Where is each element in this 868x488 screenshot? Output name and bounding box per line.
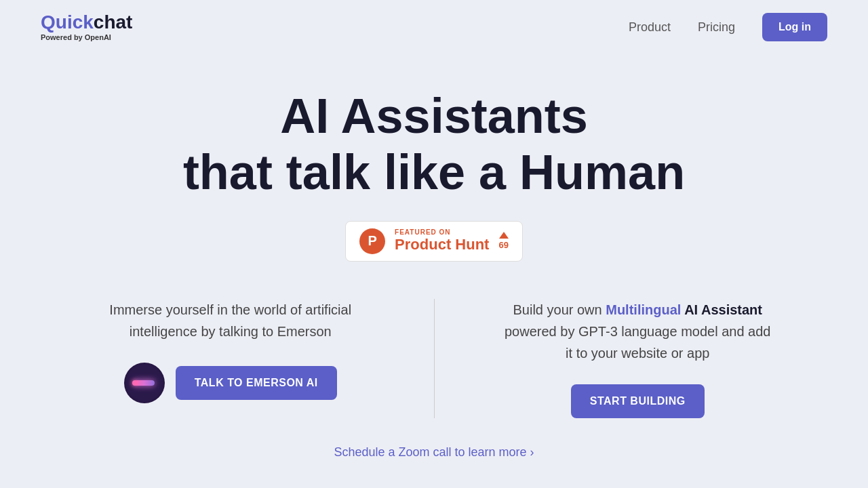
left-col-text: Immerse yourself in the world of artific… <box>95 299 366 342</box>
product-hunt-name: Product Hunt <box>395 236 489 253</box>
logo: Quickchat Powered by OpenAI <box>41 13 132 41</box>
logo-powered: Powered by OpenAI <box>41 33 111 41</box>
logo-quick: Quick <box>41 12 94 33</box>
product-hunt-votes: 69 <box>498 232 508 250</box>
left-column: Immerse yourself in the world of artific… <box>54 299 407 418</box>
hero-title: AI Assistants that talk like a Human <box>183 88 685 201</box>
product-hunt-icon: P <box>359 228 385 254</box>
product-hunt-badge[interactable]: P FEATURED ON Product Hunt 69 <box>345 221 523 262</box>
start-building-button[interactable]: START BUILDING <box>571 384 705 418</box>
right-col-cta: START BUILDING <box>571 384 705 418</box>
right-column: Build your own Multilingual AI Assistant… <box>462 299 814 418</box>
logo-openai: OpenAI <box>85 33 111 41</box>
product-hunt-text: FEATURED ON Product Hunt <box>395 228 489 253</box>
right-col-text: Build your own Multilingual AI Assistant… <box>502 299 773 364</box>
zoom-call-link[interactable]: Schedule a Zoom call to learn more › <box>334 445 534 460</box>
hero-section: AI Assistants that talk like a Human P F… <box>0 54 868 262</box>
nav-links: Product Pricing Log in <box>629 13 827 41</box>
left-col-cta: TALK TO EMERSON AI <box>124 363 337 403</box>
talk-to-emerson-button[interactable]: TALK TO EMERSON AI <box>176 366 337 400</box>
emerson-avatar-icon <box>124 363 165 403</box>
logo-text: Quickchat <box>41 13 132 32</box>
navbar: Quickchat Powered by OpenAI Product Pric… <box>0 0 868 54</box>
upvote-triangle-icon <box>499 232 509 239</box>
ai-assistant-bold: AI Assistant <box>681 302 762 317</box>
column-divider <box>434 299 435 418</box>
bottom-link-section: Schedule a Zoom call to learn more › <box>0 445 868 460</box>
nav-pricing[interactable]: Pricing <box>698 20 735 35</box>
two-column-section: Immerse yourself in the world of artific… <box>0 299 868 418</box>
logo-chat: chat <box>94 12 133 33</box>
login-button[interactable]: Log in <box>762 13 827 41</box>
product-hunt-featured-label: FEATURED ON <box>395 228 489 236</box>
nav-product[interactable]: Product <box>629 20 671 35</box>
multilingual-highlight: Multilingual <box>606 302 681 317</box>
